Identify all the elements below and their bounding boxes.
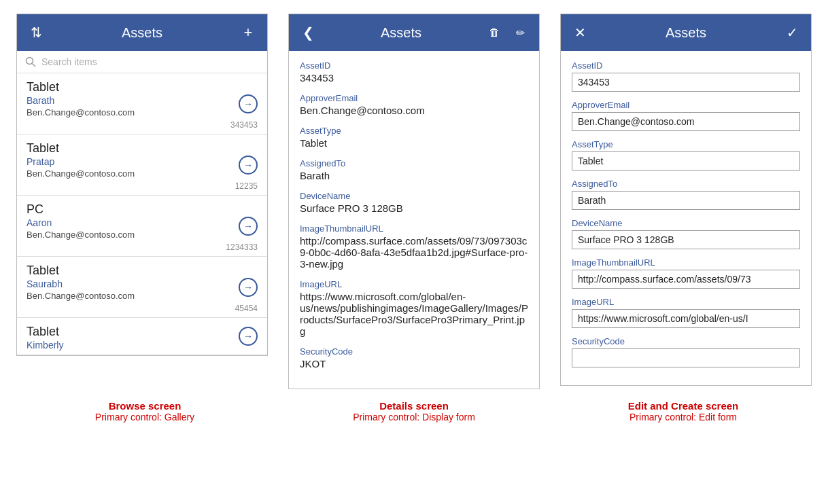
- delete-icon[interactable]: [485, 26, 504, 39]
- detail-field: AssignedTo Barath: [300, 158, 528, 181]
- edit-field: SecurityCode: [572, 336, 800, 367]
- edit-input[interactable]: [572, 309, 800, 328]
- close-icon[interactable]: [570, 24, 589, 41]
- edit-input[interactable]: [572, 73, 800, 92]
- detail-field: ImageThumbnailURL http://compass.surface…: [300, 223, 528, 270]
- detail-label: ImageURL: [300, 279, 528, 289]
- sort-icon[interactable]: [27, 24, 46, 41]
- edit-label: ApproverEmail: [572, 100, 800, 110]
- details-title: Assets: [317, 25, 485, 41]
- add-icon[interactable]: [239, 24, 258, 41]
- details-screen: Assets AssetID 343453 ApproverEmail Ben.…: [288, 14, 540, 389]
- caption-browse-sub: Primary control: Gallery: [20, 412, 269, 422]
- detail-field: AssetID 343453: [300, 60, 528, 84]
- edit-input[interactable]: [572, 270, 800, 289]
- edit-input[interactable]: [572, 230, 800, 249]
- item-email: Ben.Change@contoso.com: [27, 230, 258, 240]
- item-email: Ben.Change@contoso.com: [27, 291, 258, 301]
- browse-header: Assets: [17, 14, 267, 51]
- edit-icon[interactable]: [511, 26, 530, 39]
- gallery-item[interactable]: Tablet Saurabh Ben.Change@contoso.com 45…: [17, 257, 267, 318]
- search-icon: [25, 56, 36, 67]
- item-id: 45454: [27, 304, 258, 313]
- detail-value: Surface PRO 3 128GB: [300, 202, 528, 214]
- captions-row: Browse screen Primary control: Gallery D…: [20, 400, 808, 422]
- item-name: Aaron: [27, 217, 258, 228]
- browse-screen: Assets Search items Tablet Barath Ben.Ch…: [16, 14, 268, 356]
- gallery-item[interactable]: Tablet Pratap Ben.Change@contoso.com 122…: [17, 134, 267, 196]
- item-name: Barath: [27, 95, 258, 106]
- edit-field: ApproverEmail: [572, 100, 800, 131]
- item-title: Tablet: [27, 264, 258, 278]
- item-name: Saurabh: [27, 278, 258, 289]
- detail-value: JKOT: [300, 358, 528, 370]
- detail-label: ApproverEmail: [300, 93, 528, 103]
- edit-label: SecurityCode: [572, 336, 800, 346]
- item-title: Tablet: [27, 141, 258, 156]
- edit-header: Assets: [561, 14, 811, 51]
- edit-label: AssetID: [572, 60, 800, 71]
- edit-label: AssignedTo: [572, 179, 800, 189]
- item-title: Tablet: [27, 325, 258, 339]
- detail-label: AssignedTo: [300, 158, 528, 168]
- gallery-item[interactable]: PC Aaron Ben.Change@contoso.com 1234333: [17, 196, 267, 257]
- detail-value: Ben.Change@contoso.com: [300, 105, 528, 116]
- search-placeholder: Search items: [41, 56, 97, 67]
- edit-field: AssignedTo: [572, 179, 800, 210]
- edit-input[interactable]: [572, 348, 800, 367]
- detail-label: SecurityCode: [300, 346, 528, 357]
- gallery-item[interactable]: Tablet Barath Ben.Change@contoso.com 343…: [17, 73, 267, 134]
- caption-details-main: Details screen: [290, 400, 538, 412]
- item-email: Ben.Change@contoso.com: [27, 107, 258, 118]
- edit-field: AssetID: [572, 60, 800, 92]
- caption-details-sub: Primary control: Display form: [290, 412, 538, 422]
- caption-browse: Browse screen Primary control: Gallery: [20, 400, 269, 422]
- edit-screen: Assets AssetID ApproverEmail AssetType A…: [560, 14, 812, 386]
- edit-title: Assets: [589, 25, 782, 41]
- detail-field: ImageURL https://www.microsoft.com/globa…: [300, 279, 528, 337]
- item-title: PC: [27, 202, 258, 217]
- edit-label: DeviceName: [572, 218, 800, 228]
- item-arrow-icon[interactable]: [239, 217, 258, 236]
- detail-label: DeviceName: [300, 191, 528, 201]
- edit-label: ImageThumbnailURL: [572, 257, 800, 268]
- edit-input[interactable]: [572, 151, 800, 170]
- item-arrow-icon[interactable]: [239, 94, 258, 113]
- save-icon[interactable]: [782, 24, 801, 41]
- caption-edit: Edit and Create screen Primary control: …: [559, 400, 808, 422]
- item-name: Pratap: [27, 156, 258, 167]
- search-bar[interactable]: Search items: [17, 51, 267, 73]
- edit-input[interactable]: [572, 112, 800, 131]
- edit-input[interactable]: [572, 191, 800, 210]
- caption-details: Details screen Primary control: Display …: [290, 400, 538, 422]
- edit-body: AssetID ApproverEmail AssetType Assigned…: [561, 51, 811, 385]
- caption-browse-main: Browse screen: [20, 400, 269, 412]
- detail-label: ImageThumbnailURL: [300, 223, 528, 234]
- item-arrow-icon[interactable]: [239, 156, 258, 175]
- edit-field: AssetType: [572, 139, 800, 170]
- edit-field: DeviceName: [572, 218, 800, 249]
- item-title: Tablet: [27, 80, 258, 94]
- edit-field: ImageURL: [572, 297, 800, 328]
- details-header: Assets: [289, 14, 539, 51]
- gallery-list: Tablet Barath Ben.Change@contoso.com 343…: [17, 73, 267, 355]
- detail-label: AssetType: [300, 126, 528, 136]
- edit-label: AssetType: [572, 139, 800, 149]
- item-name: Kimberly: [27, 340, 258, 350]
- gallery-item[interactable]: Tablet Kimberly: [17, 318, 267, 355]
- edit-label: ImageURL: [572, 297, 800, 307]
- caption-edit-sub: Primary control: Edit form: [559, 412, 808, 422]
- detail-value: 343453: [300, 72, 528, 84]
- item-arrow-icon[interactable]: [239, 327, 258, 346]
- detail-label: AssetID: [300, 60, 528, 71]
- back-icon[interactable]: [298, 24, 317, 41]
- item-email: Ben.Change@contoso.com: [27, 168, 258, 179]
- svg-point-0: [27, 58, 33, 65]
- detail-field: DeviceName Surface PRO 3 128GB: [300, 191, 528, 214]
- svg-line-1: [33, 64, 36, 67]
- detail-field: AssetType Tablet: [300, 126, 528, 149]
- detail-field: ApproverEmail Ben.Change@contoso.com: [300, 93, 528, 116]
- browse-title: Assets: [46, 25, 239, 41]
- edit-field: ImageThumbnailURL: [572, 257, 800, 289]
- item-arrow-icon[interactable]: [239, 278, 258, 297]
